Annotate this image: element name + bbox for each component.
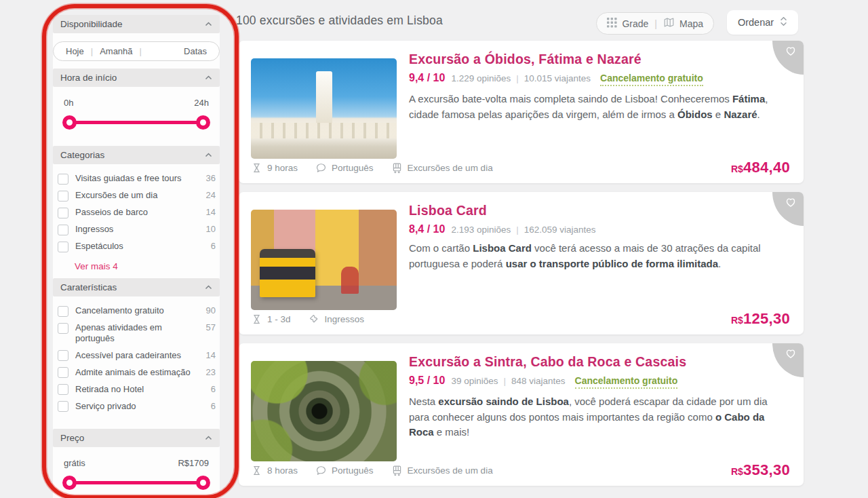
mapa-view-button[interactable]: Mapa bbox=[663, 17, 703, 30]
filter-option-label: Cancelamento gratuito bbox=[75, 305, 202, 316]
heart-icon bbox=[784, 347, 797, 363]
tour-title[interactable]: Excursão a Sintra, Cabo da Roca e Cascai… bbox=[409, 354, 790, 370]
tour-rating-row: 9,5 / 10 39 opiniões | 848 viajantes Can… bbox=[409, 375, 790, 389]
availability-option[interactable]: Hoje bbox=[66, 46, 84, 56]
checkbox[interactable] bbox=[58, 323, 68, 334]
checkbox[interactable] bbox=[58, 350, 68, 361]
description-bold-text: Fátima bbox=[732, 93, 765, 104]
heart-icon bbox=[784, 196, 797, 212]
availability-option[interactable]: Datas bbox=[184, 46, 207, 56]
filter-option[interactable]: Passeios de barco 14 bbox=[58, 207, 216, 218]
chevron-up-icon[interactable] bbox=[205, 153, 212, 157]
price-currency: R$ bbox=[731, 466, 743, 477]
filter-option-label: Admite animais de estimação bbox=[75, 367, 202, 378]
filter-option[interactable]: Excursões de um dia 24 bbox=[58, 190, 216, 202]
description-text: e bbox=[713, 109, 724, 120]
filter-section-price[interactable]: Preço bbox=[53, 429, 220, 447]
tour-image-fatima-sanctuary[interactable] bbox=[251, 58, 397, 159]
filter-option[interactable]: Admite animais de estimação 23 bbox=[58, 367, 216, 379]
price-slider bbox=[62, 476, 210, 490]
sort-arrows-icon bbox=[780, 16, 787, 28]
filter-option[interactable]: Apenas atividades em português 57 bbox=[58, 322, 216, 344]
features-filter-list: Cancelamento gratuito 90 Apenas atividad… bbox=[53, 296, 220, 421]
checkbox[interactable] bbox=[58, 191, 68, 202]
tour-description: Com o cartão Lisboa Card você terá acess… bbox=[409, 241, 790, 271]
availability-option[interactable]: Amanhã bbox=[100, 46, 132, 56]
filter-option[interactable]: Ingressos 10 bbox=[58, 224, 216, 235]
checkbox[interactable] bbox=[58, 401, 68, 412]
tour-travelers: 848 viajantes bbox=[511, 376, 566, 386]
description-text: . bbox=[718, 258, 721, 269]
tour-meta-item: Português bbox=[315, 465, 374, 476]
start-time-max-label: 24h bbox=[194, 98, 209, 108]
tour-meta: 9 horasPortuguêsExcursões de um dia bbox=[251, 162, 493, 174]
slider-handle-max[interactable] bbox=[196, 115, 210, 130]
separator: | bbox=[503, 376, 506, 386]
tour-meta-label: Excursões de um dia bbox=[408, 163, 493, 173]
hourglass-icon bbox=[251, 465, 262, 476]
slider-handle-max[interactable] bbox=[196, 476, 210, 490]
tour-image-initiation-well[interactable] bbox=[251, 361, 397, 461]
filter-option[interactable]: Acessível para cadeirantes 14 bbox=[58, 350, 216, 362]
filter-section-title: Disponibilidade bbox=[60, 19, 123, 29]
checkbox[interactable] bbox=[58, 174, 68, 185]
map-icon bbox=[663, 17, 675, 30]
tour-card-body: Lisboa Card 8,4 / 10 2.193 opiniões | 16… bbox=[397, 203, 790, 310]
tour-image-lisbon-tram[interactable] bbox=[251, 210, 397, 310]
tour-description: Nesta excursão saindo de Lisboa, você po… bbox=[409, 394, 790, 440]
filter-option-count: 57 bbox=[206, 322, 216, 333]
tour-reviews: 39 opiniões bbox=[451, 376, 498, 386]
tour-card[interactable]: Excursão a Óbidos, Fátima e Nazaré 9,4 /… bbox=[239, 41, 804, 183]
description-text: e mais! bbox=[434, 426, 470, 438]
grade-view-button[interactable]: Grade bbox=[607, 18, 648, 30]
filter-section-start-time[interactable]: Hora de início bbox=[53, 69, 220, 87]
tour-rating-row: 8,4 / 10 2.193 opiniões | 162.059 viajan… bbox=[409, 223, 790, 235]
price-amount: 125,30 bbox=[743, 310, 790, 328]
checkbox[interactable] bbox=[58, 242, 68, 252]
description-text: Com o cartão bbox=[409, 242, 473, 254]
tour-card-footer: 8 horasPortuguêsExcursões de um dia R$35… bbox=[251, 461, 790, 479]
tour-meta-label: 1 - 3d bbox=[267, 314, 291, 324]
slider-handle-min[interactable] bbox=[62, 476, 77, 490]
filter-option-count: 6 bbox=[211, 241, 216, 252]
filter-option[interactable]: Visitas guiadas e free tours 36 bbox=[58, 173, 216, 185]
tour-card[interactable]: Lisboa Card 8,4 / 10 2.193 opiniões | 16… bbox=[239, 192, 804, 334]
chevron-up-icon[interactable] bbox=[205, 22, 212, 26]
filter-option-label: Visitas guiadas e free tours bbox=[75, 173, 202, 184]
checkbox[interactable] bbox=[58, 225, 68, 235]
filter-section-title: Hora de início bbox=[60, 73, 117, 83]
checkbox[interactable] bbox=[58, 306, 68, 317]
filters-sidebar: Disponibilidade Hoje|Amanhã|Datas Hora d… bbox=[53, 15, 220, 498]
filter-section-features[interactable]: Caraterísticas bbox=[53, 278, 220, 296]
filter-option[interactable]: Serviço privado 6 bbox=[58, 401, 216, 413]
chevron-up-icon[interactable] bbox=[205, 285, 212, 290]
filter-option[interactable]: Cancelamento gratuito 90 bbox=[58, 305, 216, 317]
filter-section-categories[interactable]: Categorias bbox=[53, 146, 220, 164]
filter-option-count: 90 bbox=[206, 305, 216, 316]
tour-meta-label: Português bbox=[332, 465, 374, 476]
slider-track bbox=[68, 121, 204, 124]
checkbox[interactable] bbox=[58, 384, 68, 395]
tour-card[interactable]: Excursão a Sintra, Cabo da Roca e Cascai… bbox=[239, 343, 804, 486]
filter-option-count: 6 bbox=[211, 401, 216, 412]
checkbox[interactable] bbox=[58, 208, 68, 218]
tour-title[interactable]: Lisboa Card bbox=[409, 203, 790, 218]
filter-option[interactable]: Retirada no Hotel 6 bbox=[58, 384, 216, 396]
filter-option-count: 10 bbox=[206, 224, 216, 235]
filter-option[interactable]: Espetáculos 6 bbox=[58, 241, 216, 252]
see-more-categories-link[interactable]: Ver mais 4 bbox=[75, 261, 220, 271]
chevron-up-icon[interactable] bbox=[205, 75, 212, 80]
ticket-icon bbox=[309, 313, 320, 325]
tour-title[interactable]: Excursão a Óbidos, Fátima e Nazaré bbox=[409, 52, 790, 67]
price-amount: 353,30 bbox=[743, 461, 790, 479]
tour-meta-label: Ingressos bbox=[325, 314, 365, 324]
tour-meta-label: Excursões de um dia bbox=[408, 465, 493, 476]
filter-section-availability[interactable]: Disponibilidade bbox=[53, 15, 220, 33]
tour-card-body: Excursão a Óbidos, Fátima e Nazaré 9,4 /… bbox=[397, 52, 790, 159]
description-bold-text: Lisboa Card bbox=[473, 242, 532, 254]
chevron-up-icon[interactable] bbox=[205, 436, 212, 440]
tour-price: R$353,30 bbox=[731, 461, 790, 479]
checkbox[interactable] bbox=[58, 367, 68, 378]
sort-button[interactable]: Ordenar bbox=[727, 10, 798, 35]
slider-handle-min[interactable] bbox=[62, 115, 77, 130]
